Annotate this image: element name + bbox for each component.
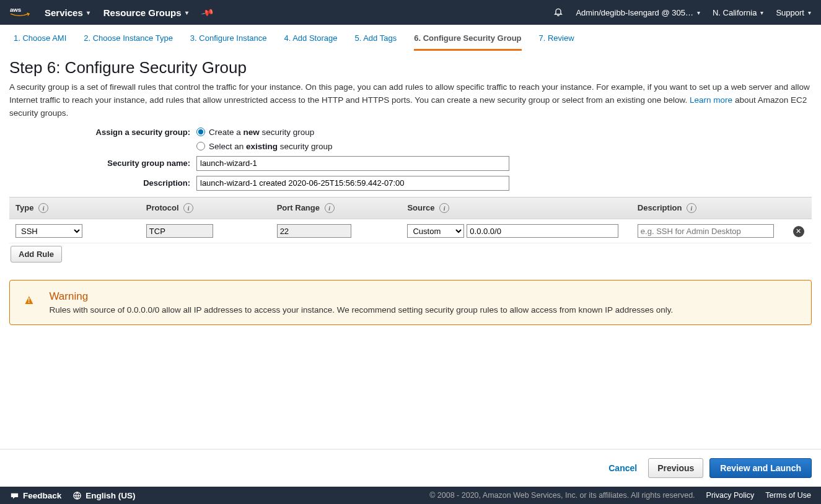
chevron-down-icon: ▾ [87, 9, 90, 16]
warning-icon: ▲! [22, 292, 38, 308]
nav-resource-groups[interactable]: Resource Groups ▾ [103, 7, 188, 18]
rule-port-input [277, 224, 351, 238]
remove-rule-button[interactable]: ✕ [793, 226, 804, 237]
col-port: Port Range [277, 203, 320, 212]
tab-configure-security-group[interactable]: 6. Configure Security Group [414, 33, 521, 51]
tab-configure-instance[interactable]: 3. Configure Instance [190, 33, 267, 51]
tab-review[interactable]: 7. Review [539, 33, 574, 51]
content-area: Step 6: Configure Security Group A secur… [0, 51, 821, 337]
rules-table: Type i Protocol i Port Range i Source i … [9, 197, 812, 244]
nav-resource-groups-label: Resource Groups [103, 7, 182, 18]
page-title: Step 6: Configure Security Group [9, 58, 812, 77]
wizard-tabs: 1. Choose AMI 2. Choose Instance Type 3.… [0, 25, 821, 51]
chevron-down-icon: ▾ [185, 9, 188, 16]
rule-source-select[interactable]: Custom [407, 224, 464, 238]
bell-icon[interactable] [553, 7, 563, 19]
tab-choose-ami[interactable]: 1. Choose AMI [14, 33, 66, 51]
rule-source-cidr-input[interactable] [467, 224, 618, 238]
nav-account[interactable]: Admin/degibb-Isengard @ 305… ▾ [576, 8, 700, 17]
learn-more-link[interactable]: Learn more [690, 95, 732, 105]
top-nav: aws Services ▾ Resource Groups ▾ 📌 Admin… [0, 0, 821, 25]
feedback-link[interactable]: Feedback [10, 491, 61, 500]
sg-desc-label: Description: [9, 178, 196, 188]
language-selector[interactable]: English (US) [72, 491, 135, 500]
info-icon[interactable]: i [325, 203, 335, 213]
col-type: Type [15, 203, 33, 212]
add-rule-button[interactable]: Add Rule [11, 246, 62, 263]
svg-text:aws: aws [10, 6, 21, 13]
rule-desc-input[interactable] [638, 224, 774, 238]
warning-title: Warning [49, 290, 673, 303]
select-opt-text: Select an existing security group [209, 142, 333, 151]
language-label: English (US) [86, 491, 135, 500]
select-existing-sg-radio-input[interactable] [196, 142, 205, 150]
terms-link[interactable]: Terms of Use [765, 491, 811, 500]
actions-bar: Cancel Previous Review and Launch [0, 449, 821, 487]
feedback-label: Feedback [23, 491, 61, 500]
nav-support[interactable]: Support ▾ [776, 8, 811, 17]
create-opt-text: Create a new security group [209, 128, 314, 137]
nav-region[interactable]: N. California ▾ [713, 8, 764, 17]
privacy-link[interactable]: Privacy Policy [706, 491, 755, 500]
warning-box: ▲! Warning Rules with source of 0.0.0.0/… [9, 280, 812, 325]
tab-add-storage[interactable]: 4. Add Storage [284, 33, 337, 51]
nav-account-label: Admin/degibb-Isengard @ 305… [576, 8, 693, 17]
tab-choose-instance-type[interactable]: 2. Choose Instance Type [84, 33, 173, 51]
page-description: A security group is a set of firewall ru… [9, 81, 812, 120]
nav-services[interactable]: Services ▾ [45, 7, 90, 18]
create-new-sg-radio[interactable]: Create a new security group [196, 128, 314, 137]
pin-icon[interactable]: 📌 [200, 6, 214, 19]
nav-services-label: Services [45, 7, 83, 18]
nav-region-label: N. California [713, 8, 757, 17]
create-new-sg-radio-input[interactable] [196, 128, 205, 136]
chevron-down-icon: ▾ [697, 9, 700, 16]
select-existing-sg-radio[interactable]: Select an existing security group [196, 142, 333, 151]
sg-name-label: Security group name: [9, 159, 196, 168]
col-desc: Description [638, 203, 682, 212]
warning-text: Rules with source of 0.0.0.0/0 allow all… [49, 305, 673, 315]
info-icon[interactable]: i [38, 203, 48, 213]
nav-support-label: Support [776, 8, 804, 17]
tab-add-tags[interactable]: 5. Add Tags [354, 33, 397, 51]
rule-protocol-input [146, 224, 213, 238]
aws-logo[interactable]: aws [10, 6, 32, 19]
copyright-text: © 2008 - 2020, Amazon Web Services, Inc.… [429, 491, 695, 500]
col-protocol: Protocol [146, 203, 179, 212]
review-and-launch-button[interactable]: Review and Launch [709, 458, 812, 478]
info-icon[interactable]: i [687, 203, 696, 213]
cancel-button[interactable]: Cancel [604, 459, 642, 477]
rule-type-select[interactable]: SSH [15, 224, 82, 238]
chevron-down-icon: ▾ [760, 9, 763, 16]
bottom-bar: Feedback English (US) © 2008 - 2020, Ama… [0, 487, 821, 504]
assign-sg-label: Assign a security group: [9, 128, 196, 137]
sg-name-input[interactable] [196, 156, 509, 171]
info-icon[interactable]: i [183, 203, 193, 213]
col-source: Source [407, 203, 434, 212]
sg-desc-input[interactable] [196, 176, 509, 191]
rule-row: SSH Custom ✕ [9, 219, 812, 243]
previous-button[interactable]: Previous [648, 458, 703, 478]
info-icon[interactable]: i [439, 203, 449, 213]
chevron-down-icon: ▾ [808, 9, 811, 16]
